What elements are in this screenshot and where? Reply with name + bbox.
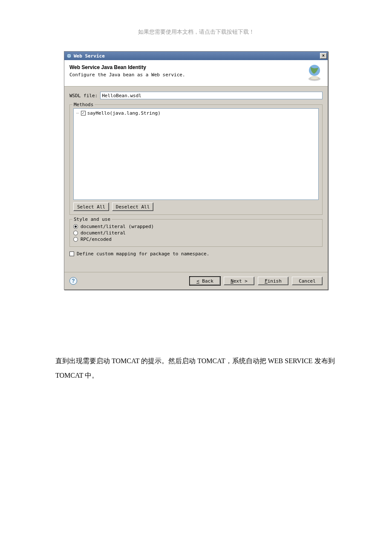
style-legend: Style and use (72, 217, 112, 222)
method-item[interactable]: ┈ ✓ sayHello(java.lang.String) (76, 110, 316, 116)
back-button[interactable]: < Back (190, 277, 220, 285)
method-label: sayHello(java.lang.String) (87, 110, 161, 116)
method-checkbox[interactable]: ✓ (81, 111, 86, 116)
next-button[interactable]: Next > (224, 277, 254, 285)
page-title: Web Service Java Bean Identity (69, 64, 323, 70)
style-option-rpc[interactable]: RPC/encoded (73, 237, 319, 242)
style-option-wrapped[interactable]: document/literal (wrapped) (73, 224, 319, 229)
web-service-dialog: Web Service × Web Service Java Bean Iden… (64, 51, 328, 290)
document-notice: 如果您需要使用本文档，请点击下载按钮下载！ (0, 0, 392, 49)
page-subtitle: Configure the Java bean as a Web service… (69, 72, 323, 78)
radio-label: document/literal (81, 230, 126, 236)
finish-button[interactable]: Finish (258, 277, 288, 285)
style-fieldset: Style and use document/literal (wrapped)… (69, 219, 323, 247)
titlebar-title: Web Service (74, 53, 320, 59)
dialog-body: WSDL file: Methods ┈ ✓ sayHello(java.lan… (64, 87, 328, 272)
help-icon[interactable]: ? (69, 277, 77, 285)
wsdl-row: WSDL file: (69, 92, 323, 99)
radio-icon[interactable] (73, 231, 78, 235)
radio-label: document/literal (wrapped) (81, 224, 154, 229)
radio-icon[interactable] (73, 237, 78, 242)
app-icon (66, 53, 72, 59)
close-button[interactable]: × (320, 53, 327, 59)
custom-mapping-row[interactable]: Define custom mapping for package to nam… (69, 251, 323, 257)
wsdl-label: WSDL file: (69, 93, 98, 98)
web-service-icon (306, 64, 323, 81)
methods-legend: Methods (72, 102, 95, 107)
wsdl-file-input[interactable] (100, 92, 323, 99)
dialog-header: Web Service Java Bean Identity Configure… (64, 60, 328, 87)
mapping-checkbox[interactable] (69, 251, 74, 256)
methods-tree[interactable]: ┈ ✓ sayHello(java.lang.String) (73, 108, 319, 200)
document-paragraph: 直到出现需要启动 TOMCAT 的提示。然后启动 TOMCAT，系统自动把 WE… (55, 354, 337, 382)
radio-label: RPC/encoded (81, 237, 112, 242)
deselect-all-button[interactable]: Deselect All (112, 202, 153, 211)
select-all-button[interactable]: Select All (73, 202, 109, 211)
tree-branch-icon: ┈ (76, 110, 79, 116)
radio-icon[interactable] (73, 224, 78, 229)
cancel-button[interactable]: Cancel (292, 277, 323, 285)
titlebar: Web Service × (64, 52, 328, 60)
mapping-label: Define custom mapping for package to nam… (77, 251, 209, 257)
dialog-footer: ? < Back Next > Finish Cancel (64, 272, 328, 289)
svg-point-3 (310, 77, 319, 80)
methods-fieldset: Methods ┈ ✓ sayHello(java.lang.String) S… (69, 104, 323, 215)
style-option-literal[interactable]: document/literal (73, 230, 319, 236)
